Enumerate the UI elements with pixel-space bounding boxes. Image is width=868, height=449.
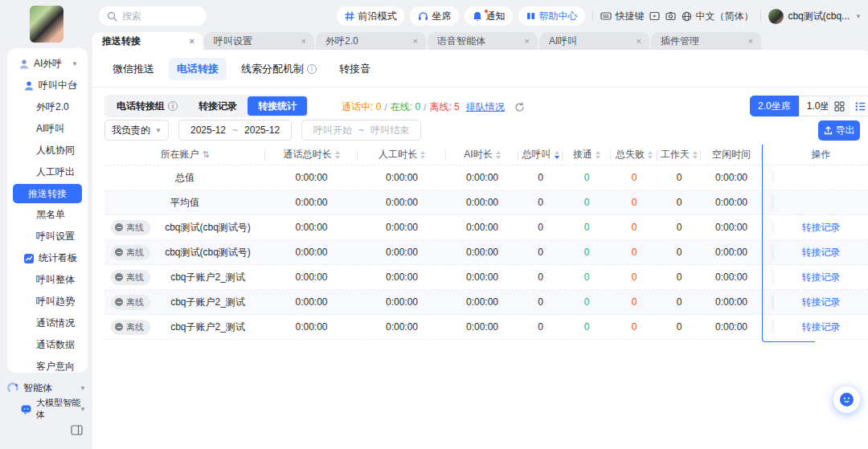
sidebar-item-label: AI呼叫 [36, 122, 64, 136]
column-header-通话总时长[interactable]: 通话总时长 [265, 145, 358, 165]
queue-status-link[interactable]: 排队情况 [466, 100, 505, 114]
sort-carets-icon[interactable] [335, 151, 340, 159]
sort-carets-icon[interactable] [496, 151, 501, 159]
close-icon[interactable]: × [748, 36, 753, 46]
window-tab-插件管理[interactable]: 插件管理× [651, 32, 761, 50]
window-tab-语音智能体[interactable]: 语音智能体× [428, 32, 538, 50]
sidebar-item-外呼2.0[interactable]: 外呼2.0 [12, 96, 83, 118]
sidebar-item-智能体[interactable]: 智能体▼ [7, 378, 88, 398]
data-cell: 0 [563, 271, 611, 283]
segment-电话转接组[interactable]: 电话转接组i [106, 96, 188, 116]
data-cell: 0 [611, 222, 657, 233]
shortcut-button[interactable]: 快捷键 [600, 10, 644, 23]
user-blue-icon [23, 80, 35, 92]
topbar-button-前沿模式[interactable]: 前沿模式 [337, 6, 404, 26]
subtab-电话转接[interactable]: 电话转接 [169, 58, 227, 80]
sidebar-item-AI外呼[interactable]: AI外呼▼ [12, 53, 83, 75]
client-window-icon[interactable] [649, 11, 660, 21]
subtab-线索分配机制[interactable]: 线索分配机制i [233, 58, 325, 80]
list-view-icon[interactable] [850, 96, 868, 116]
badge-label: 离线 [126, 271, 144, 284]
sidebar-item-label: 呼叫整体 [36, 273, 75, 287]
topbar-button-帮助中心[interactable]: 帮助中心 [518, 6, 585, 26]
data-cell: 0 [518, 271, 563, 283]
user-menu[interactable]: cbq测试(cbq...▼ [768, 9, 862, 24]
sidebar-item-呼叫整体[interactable]: 呼叫整体 [12, 269, 83, 291]
sidebar-item-大模型智能体[interactable]: 大模型智能体▼ [7, 398, 88, 419]
sidebar-item-AI呼叫[interactable]: AI呼叫 [12, 118, 83, 140]
sort-carets-icon[interactable] [693, 151, 698, 159]
shortcut-label: 快捷键 [615, 10, 644, 23]
segment-转接记录[interactable]: 转接记录 [188, 96, 248, 116]
sidebar-item-客户意向[interactable]: 客户意向 [12, 356, 83, 378]
sort-carets-icon[interactable] [555, 151, 559, 159]
window-tab-外呼2.0[interactable]: 外呼2.0× [316, 32, 426, 50]
topbar-button-通知[interactable]: 通知 [465, 6, 513, 26]
sidebar-item-呼叫设置[interactable]: 呼叫设置 [12, 226, 83, 247]
data-cell: 0:00:00 [265, 296, 358, 308]
workspace-avatar[interactable] [30, 6, 63, 43]
subtab-微信推送[interactable]: 微信推送 [104, 58, 162, 80]
column-header-AI时长[interactable]: AI时长 [446, 145, 518, 165]
swap-sort-icon[interactable]: ⇅ [202, 149, 209, 160]
column-header-所在账户[interactable]: 所在账户⇅ [104, 145, 265, 165]
data-cell: 0 [563, 296, 611, 308]
owner-filter-select[interactable]: 我负责的 ▼ [104, 120, 169, 141]
language-selector[interactable]: 中文（简体） [682, 10, 753, 23]
sidebar-item-统计看板[interactable]: 统计看板▼ [12, 247, 83, 269]
sidebar-item-人机协同[interactable]: 人机协同 [12, 140, 83, 161]
transfer-record-link[interactable]: 转接记录 [802, 246, 841, 259]
refresh-icon[interactable] [514, 102, 525, 112]
screenshot-icon[interactable] [665, 11, 676, 21]
sidebar-item-通话情况[interactable]: 通话情况 [12, 312, 83, 334]
data-cell: 0 [657, 321, 701, 333]
transfer-record-link[interactable]: 转接记录 [802, 320, 841, 334]
status-离线: 离线: 5 [429, 100, 459, 114]
close-icon[interactable]: × [637, 36, 641, 46]
transfer-record-link[interactable]: 转接记录 [802, 296, 841, 309]
user-name: cbq测试(cbq... [788, 10, 850, 23]
sidebar-collapse-icon[interactable] [71, 424, 83, 436]
date-range-picker[interactable]: 2025-12 ~ 2025-12 [178, 120, 292, 141]
subtab-转接音[interactable]: 转接音 [331, 58, 379, 80]
transfer-record-link[interactable]: 转接记录 [802, 221, 841, 235]
sidebar-item-呼叫趋势[interactable]: 呼叫趋势 [12, 291, 83, 312]
sidebar-item-通话数据[interactable]: 通话数据 [12, 334, 83, 356]
call-time-range-picker[interactable]: 呼叫开始 ~ 呼叫结束 [301, 120, 421, 141]
data-cell: 0:00:00 [265, 271, 358, 283]
column-header-总失败[interactable]: 总失败 [611, 145, 657, 165]
close-icon[interactable]: × [413, 36, 418, 46]
sort-carets-icon[interactable] [420, 151, 425, 159]
sidebar-item-黑名单[interactable]: 黑名单 [12, 204, 83, 226]
sort-carets-icon[interactable] [596, 151, 600, 159]
search-input[interactable]: 搜索 [99, 6, 207, 26]
seat-toggle-2.0坐席[interactable]: 2.0坐席 [750, 96, 799, 116]
sidebar-item-人工呼出[interactable]: 人工呼出 [12, 161, 83, 183]
window-tab-呼叫设置[interactable]: 呼叫设置× [204, 32, 314, 50]
card-view-icon[interactable] [829, 96, 850, 116]
divider [760, 10, 761, 22]
window-tab-推送转接[interactable]: 推送转接× [92, 32, 203, 50]
badge-label: 离线 [126, 222, 144, 234]
export-button[interactable]: 导出 [818, 120, 860, 141]
close-icon[interactable]: × [190, 36, 194, 46]
assistant-float-button[interactable] [833, 386, 860, 413]
column-header-总呼叫[interactable]: 总呼叫 [518, 145, 563, 165]
data-cell: 0:00:00 [265, 247, 358, 258]
badge-label: 离线 [126, 247, 144, 259]
topbar-button-坐席[interactable]: 坐席 [410, 6, 459, 26]
sidebar-item-呼叫中台[interactable]: 呼叫中台▼ [12, 75, 83, 96]
help-bars-icon [526, 11, 535, 21]
transfer-record-link[interactable]: 转接记录 [802, 271, 841, 284]
account-cell: 离线cbq测试(cbq测试号) [104, 240, 265, 264]
close-icon[interactable]: × [525, 36, 530, 46]
segment-转接统计[interactable]: 转接统计 [248, 96, 307, 116]
close-icon[interactable]: × [301, 36, 306, 46]
sidebar-item-推送转接[interactable]: 推送转接 [13, 184, 82, 203]
column-header-接通[interactable]: 接通 [563, 145, 611, 165]
column-label: 人工时长 [379, 148, 417, 161]
column-header-工作天[interactable]: 工作天 [657, 145, 701, 165]
sort-carets-icon[interactable] [648, 151, 653, 159]
column-header-人工时长[interactable]: 人工时长 [358, 145, 446, 165]
window-tab-AI呼叫[interactable]: AI呼叫× [539, 32, 649, 50]
